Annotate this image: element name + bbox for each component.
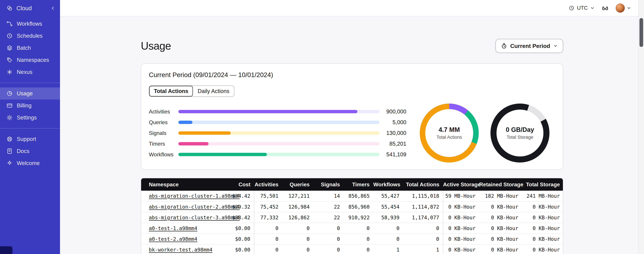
sidebar-item-label: Billing xyxy=(17,102,32,109)
card-title: Current Period (09/01/2024 — 10/01/2024) xyxy=(149,71,555,79)
bar-fill xyxy=(178,110,357,113)
temporal-cloud-logo-icon xyxy=(6,5,13,12)
timers-cell: 0 xyxy=(344,234,373,244)
sidebar-item-support[interactable]: Support xyxy=(0,133,60,145)
period-selector-label: Current Period xyxy=(510,43,550,49)
timers-cell: 910,922 xyxy=(344,212,373,223)
active-storage-cell: 0 KB-Hour xyxy=(443,234,479,244)
collapse-sidebar-icon[interactable] xyxy=(50,6,56,11)
column-header-timers: Timers xyxy=(344,178,373,191)
active-storage-cell: 0 KB-Hour xyxy=(443,223,479,234)
bar-fill xyxy=(178,121,192,124)
sidebar-item-settings[interactable]: Settings xyxy=(0,112,60,124)
sidebar-item-label: Workflows xyxy=(17,20,42,27)
table-row[interactable]: a0-test-1.a98mm4 $0.00 0 0 0 0 0 0 0 KB-… xyxy=(141,223,563,234)
total-storage-cell: 0 KB-Hour xyxy=(522,202,563,212)
usage-icon xyxy=(6,90,13,97)
column-header-workflows: Workflows xyxy=(373,178,403,191)
usage-summary-card: Current Period (09/01/2024 — 10/01/2024)… xyxy=(141,63,563,170)
namespace-link[interactable]: abs-migration-cluster-1.a98mm4 xyxy=(149,193,240,199)
total-storage-cell: 241 MB-Hour xyxy=(522,191,563,202)
namespace-cell: bk-worker-test.a98mm4 xyxy=(141,244,225,254)
activities-cell: 77,332 xyxy=(254,212,282,223)
bar-fill xyxy=(178,142,208,146)
sidebar-item-workflows[interactable]: Workflows xyxy=(0,18,60,30)
namespace-link[interactable]: bk-worker-test.a98mm4 xyxy=(149,247,212,253)
total-actions-cell: 1,174,077 xyxy=(403,212,443,223)
namespace-link[interactable]: abs-migration-cluster-3.a98mm4 xyxy=(149,215,240,220)
tab-total-actions[interactable]: Total Actions xyxy=(149,86,193,96)
column-header-active-storage: Active Storage xyxy=(443,178,479,191)
scrollbar-thumb[interactable] xyxy=(640,18,643,47)
account-menu[interactable] xyxy=(616,3,631,13)
period-selector-button[interactable]: Current Period xyxy=(496,39,563,53)
sidebar-item-schedules[interactable]: Schedules xyxy=(0,30,60,42)
topbar: UTC xyxy=(60,0,638,16)
table-row[interactable]: abs-migration-cluster-1.a98mm4 $34.42 75… xyxy=(141,191,563,202)
column-header-retained-storage: Retained Storage xyxy=(479,178,522,191)
bar-fill xyxy=(178,153,267,156)
bar-track xyxy=(178,142,380,146)
support-icon xyxy=(6,136,13,142)
total-actions-cell: 0 xyxy=(403,223,443,234)
page-scrollbar[interactable] xyxy=(638,0,644,254)
total-storage-cell: 0 KB-Hour xyxy=(522,234,563,244)
total-actions-donut: 4.7 MM Total Actions xyxy=(420,104,479,162)
table-row[interactable]: bk-worker-test.a98mm4 $0.00 0 0 0 0 1 1 … xyxy=(141,244,563,254)
sidebar-item-label: Batch xyxy=(17,45,31,51)
queries-cell: 126,862 xyxy=(282,212,313,223)
sidebar-item-billing[interactable]: Billing xyxy=(0,100,60,112)
namespace-link[interactable]: a0-test-1.a98mm4 xyxy=(149,225,197,231)
column-header-namespace: Namespace xyxy=(141,178,225,191)
bar-value: 85,201 xyxy=(380,140,406,147)
timers-cell: 0 xyxy=(344,223,373,234)
bar-row-activities: Activities 900,000 xyxy=(149,106,406,117)
table-row[interactable]: abs-migration-cluster-3.a98mm4 $38.42 77… xyxy=(141,212,563,223)
signals-cell: 0 xyxy=(313,223,344,234)
sidebar-item-welcome[interactable]: Welcome xyxy=(0,157,60,169)
bar-label: Workflows xyxy=(149,152,178,158)
sidebar-item-batch[interactable]: Batch xyxy=(0,42,60,54)
cost-cell: $0.00 xyxy=(225,223,254,234)
avatar xyxy=(616,3,625,13)
sidebar-item-namespaces[interactable]: Namespaces xyxy=(0,54,60,66)
table-row[interactable]: abs-migration-cluster-2.a98mm4 $29.32 75… xyxy=(141,202,563,212)
sidebar-item-usage[interactable]: Usage xyxy=(0,88,60,100)
retained-storage-cell: 0 KB-Hour xyxy=(479,244,522,254)
sidebar-item-nexus[interactable]: Nexus xyxy=(0,66,60,78)
sidebar-item-label: Schedules xyxy=(17,33,42,39)
sidebar-header-label: Cloud xyxy=(16,5,32,12)
sidebar-bottom-tab[interactable] xyxy=(0,246,12,254)
tab-daily-actions[interactable]: Daily Actions xyxy=(193,86,234,96)
activities-cell: 0 xyxy=(254,244,282,254)
glasses-icon[interactable] xyxy=(602,4,609,12)
bar-track xyxy=(178,153,380,156)
donut-label: Total Actions xyxy=(436,135,462,140)
column-header-activities: Activities xyxy=(254,178,282,191)
stopwatch-icon xyxy=(501,43,507,49)
retained-storage-cell: 182 MB-Hour xyxy=(479,191,522,202)
activities-cell: 0 xyxy=(254,234,282,244)
queries-cell: 127,211 xyxy=(282,191,313,202)
donut-label: Total Storage xyxy=(506,135,533,140)
bar-track xyxy=(178,131,380,135)
sidebar-item-docs[interactable]: Docs xyxy=(0,145,60,157)
active-storage-cell: 0 KB-Hour xyxy=(443,212,479,223)
queries-cell: 0 xyxy=(282,244,313,254)
timezone-selector[interactable]: UTC xyxy=(568,5,595,11)
bar-row-signals: Signals 130,000 xyxy=(149,128,406,138)
activities-cell: 75,452 xyxy=(254,202,282,212)
signals-cell: 14 xyxy=(313,191,344,202)
sidebar-group-account: Usage Billing Settings xyxy=(0,82,60,124)
chevron-down-icon xyxy=(590,6,595,10)
billing-icon xyxy=(6,102,13,109)
table-row[interactable]: a0-test-2.a98mm4 $0.00 0 0 0 0 0 0 0 KB-… xyxy=(141,234,563,244)
namespace-link[interactable]: a0-test-2.a98mm4 xyxy=(149,236,197,242)
workflows-cell: 55,454 xyxy=(373,202,403,212)
docs-icon xyxy=(6,148,13,154)
workflows-cell: 0 xyxy=(373,234,403,244)
sidebar-group-platform: Workflows Schedules Batch Namespaces xyxy=(0,18,60,78)
namespace-link[interactable]: abs-migration-cluster-2.a98mm4 xyxy=(149,204,240,210)
sidebar-nav: Workflows Schedules Batch Namespaces xyxy=(0,18,60,169)
sidebar-item-label: Usage xyxy=(17,90,33,97)
